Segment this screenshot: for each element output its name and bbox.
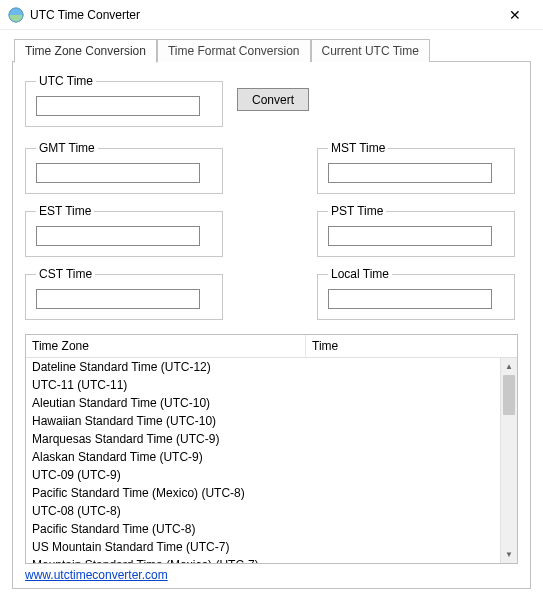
- cell-timezone: Pacific Standard Time (UTC-8): [26, 520, 306, 538]
- cell-time: [306, 484, 500, 502]
- table-row[interactable]: Alaskan Standard Time (UTC-9): [26, 448, 500, 466]
- cell-time: [306, 538, 500, 556]
- table-row[interactable]: Pacific Standard Time (UTC-8): [26, 520, 500, 538]
- cell-time: [306, 520, 500, 538]
- cell-time: [306, 466, 500, 484]
- cell-time: [306, 376, 500, 394]
- mst-time-input[interactable]: [328, 163, 492, 183]
- mst-time-group: MST Time: [317, 141, 515, 194]
- close-button[interactable]: ✕: [495, 7, 535, 23]
- tab-current-utc-time[interactable]: Current UTC Time: [311, 39, 430, 62]
- table-row[interactable]: Aleutian Standard Time (UTC-10): [26, 394, 500, 412]
- gmt-time-group: GMT Time: [25, 141, 223, 194]
- window-title: UTC Time Converter: [30, 8, 495, 22]
- cell-timezone: UTC-08 (UTC-8): [26, 502, 306, 520]
- scroll-up-button[interactable]: ▲: [501, 358, 517, 375]
- cst-time-label: CST Time: [36, 267, 95, 281]
- vertical-scrollbar[interactable]: ▲ ▼: [500, 358, 517, 563]
- table-row[interactable]: Hawaiian Standard Time (UTC-10): [26, 412, 500, 430]
- cell-timezone: US Mountain Standard Time (UTC-7): [26, 538, 306, 556]
- table-row[interactable]: UTC-11 (UTC-11): [26, 376, 500, 394]
- cell-time: [306, 556, 500, 563]
- utc-time-label: UTC Time: [36, 74, 96, 88]
- client-area: Time Zone Conversion Time Format Convers…: [0, 30, 543, 593]
- utc-time-group: UTC Time: [25, 74, 223, 127]
- local-time-group: Local Time: [317, 267, 515, 320]
- cell-timezone: Aleutian Standard Time (UTC-10): [26, 394, 306, 412]
- mst-time-label: MST Time: [328, 141, 388, 155]
- tab-bar: Time Zone Conversion Time Format Convers…: [14, 38, 531, 62]
- est-time-group: EST Time: [25, 204, 223, 257]
- gmt-time-label: GMT Time: [36, 141, 98, 155]
- scroll-down-button[interactable]: ▼: [501, 546, 517, 563]
- table-row[interactable]: US Mountain Standard Time (UTC-7): [26, 538, 500, 556]
- tab-panel: UTC Time Convert GMT Time MST Time EST T…: [12, 61, 531, 589]
- est-time-input[interactable]: [36, 226, 200, 246]
- convert-button[interactable]: Convert: [237, 88, 309, 111]
- timezone-listview[interactable]: Time Zone Time Dateline Standard Time (U…: [25, 334, 518, 564]
- table-row[interactable]: Mountain Standard Time (Mexico) (UTC-7): [26, 556, 500, 563]
- cell-time: [306, 412, 500, 430]
- footer-link[interactable]: www.utctimeconverter.com: [25, 568, 168, 582]
- cell-timezone: UTC-11 (UTC-11): [26, 376, 306, 394]
- title-bar: UTC Time Converter ✕: [0, 0, 543, 30]
- cell-timezone: Pacific Standard Time (Mexico) (UTC-8): [26, 484, 306, 502]
- table-row[interactable]: Pacific Standard Time (Mexico) (UTC-8): [26, 484, 500, 502]
- tab-time-zone-conversion[interactable]: Time Zone Conversion: [14, 39, 157, 63]
- cell-time: [306, 358, 500, 376]
- pst-time-input[interactable]: [328, 226, 492, 246]
- listview-header: Time Zone Time: [26, 335, 517, 358]
- pst-time-label: PST Time: [328, 204, 386, 218]
- pst-time-group: PST Time: [317, 204, 515, 257]
- cell-time: [306, 448, 500, 466]
- scroll-thumb[interactable]: [503, 375, 515, 415]
- cell-timezone: UTC-09 (UTC-9): [26, 466, 306, 484]
- est-time-label: EST Time: [36, 204, 94, 218]
- column-header-timezone[interactable]: Time Zone: [26, 335, 306, 357]
- cell-timezone: Alaskan Standard Time (UTC-9): [26, 448, 306, 466]
- table-row[interactable]: UTC-09 (UTC-9): [26, 466, 500, 484]
- listview-body: Dateline Standard Time (UTC-12)UTC-11 (U…: [26, 358, 500, 563]
- local-time-input[interactable]: [328, 289, 492, 309]
- cell-timezone: Dateline Standard Time (UTC-12): [26, 358, 306, 376]
- local-time-label: Local Time: [328, 267, 392, 281]
- cst-time-group: CST Time: [25, 267, 223, 320]
- utc-time-input[interactable]: [36, 96, 200, 116]
- table-row[interactable]: UTC-08 (UTC-8): [26, 502, 500, 520]
- table-row[interactable]: Marquesas Standard Time (UTC-9): [26, 430, 500, 448]
- tab-time-format-conversion[interactable]: Time Format Conversion: [157, 39, 311, 62]
- cell-time: [306, 394, 500, 412]
- cell-time: [306, 430, 500, 448]
- column-header-time[interactable]: Time: [306, 335, 517, 357]
- cell-time: [306, 502, 500, 520]
- gmt-time-input[interactable]: [36, 163, 200, 183]
- scroll-track[interactable]: [501, 375, 517, 546]
- app-icon: [8, 7, 24, 23]
- cell-timezone: Hawaiian Standard Time (UTC-10): [26, 412, 306, 430]
- cell-timezone: Mountain Standard Time (Mexico) (UTC-7): [26, 556, 306, 563]
- table-row[interactable]: Dateline Standard Time (UTC-12): [26, 358, 500, 376]
- cell-timezone: Marquesas Standard Time (UTC-9): [26, 430, 306, 448]
- cst-time-input[interactable]: [36, 289, 200, 309]
